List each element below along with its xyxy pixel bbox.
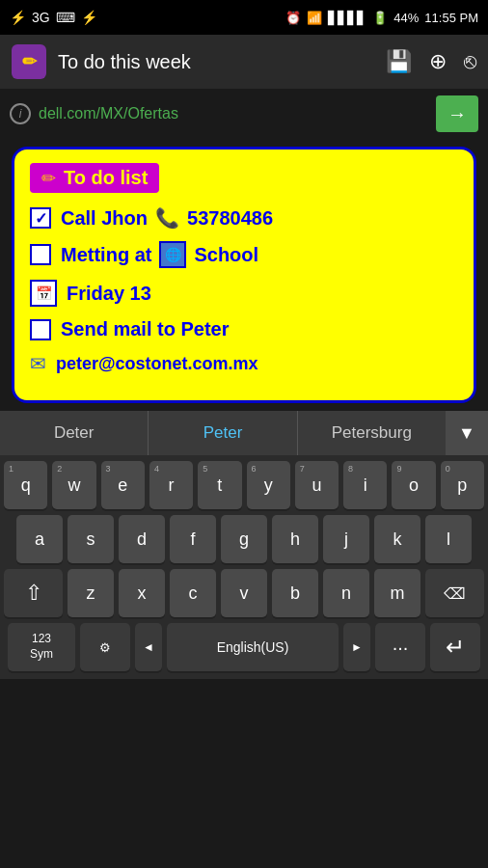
key-j[interactable]: j xyxy=(323,515,369,563)
item-text-2: Metting at xyxy=(61,244,151,266)
note-card: ✏ To do list Call Jhon 📞 53780486 Mettin… xyxy=(12,147,476,403)
sym-key[interactable]: 123 Sym xyxy=(8,623,75,671)
num-label: 123 xyxy=(32,632,51,647)
language-label: English(US) xyxy=(217,639,289,655)
key-s[interactable]: s xyxy=(68,515,114,563)
item-text-4: Send mail to Peter xyxy=(61,318,230,340)
globe-icon: 🌐 xyxy=(159,241,186,268)
checkbox-2[interactable] xyxy=(30,244,51,265)
enter-key[interactable]: ↵ xyxy=(430,623,480,671)
list-item: Call Jhon 📞 53780486 xyxy=(30,206,458,230)
shift-key[interactable]: ⇧ xyxy=(4,569,63,617)
key-b[interactable]: b xyxy=(272,569,318,617)
add-button[interactable]: ⊕ xyxy=(429,49,447,74)
dots-key[interactable]: ··· xyxy=(375,623,425,671)
item-phone-1: 53780486 xyxy=(187,207,273,230)
key-t[interactable]: 5t xyxy=(198,461,241,509)
key-a[interactable]: a xyxy=(16,515,63,563)
email-address[interactable]: peter@costonet.com.mx xyxy=(56,354,258,374)
time-display: 11:55 PM xyxy=(424,11,478,25)
list-item: 📅 Friday 13 xyxy=(30,280,458,307)
key-k[interactable]: k xyxy=(374,515,420,563)
key-m[interactable]: m xyxy=(374,569,420,617)
list-item: Send mail to Peter xyxy=(30,318,458,340)
autocorrect-bar: Deter Peter Petersburg ▼ xyxy=(0,411,488,455)
phone-icon: 📞 xyxy=(155,206,179,230)
keyboard-bottom-row: 123 Sym ⚙ ◄ English(US) ► ··· ↵ xyxy=(4,623,484,675)
key-w[interactable]: 2w xyxy=(52,461,95,509)
key-z[interactable]: z xyxy=(68,569,114,617)
email-icon: ✉ xyxy=(30,352,46,375)
keyboard-row-3: ⇧ z x c v b n m ⌫ xyxy=(4,569,484,617)
chevron-down-icon: ▼ xyxy=(458,423,475,444)
share-button[interactable]: ⎋ xyxy=(464,49,476,74)
key-u[interactable]: 7u xyxy=(295,461,339,509)
keyboard: 1q 2w 3e 4r 5t 6y 7u 8i 9o 0p a s d f g … xyxy=(0,455,488,679)
status-bar: ⚡ 3G ⌨ ⚡ ⏰ 📶 ▋▋▋▋ 🔋 44% 11:55 PM xyxy=(0,0,488,35)
key-y[interactable]: 6y xyxy=(247,461,290,509)
sym-label: Sym xyxy=(30,647,53,663)
left-arrow-key[interactable]: ◄ xyxy=(135,623,162,671)
pencil-icon: ✏ xyxy=(22,51,37,72)
key-g[interactable]: g xyxy=(221,515,267,563)
autocorrect-option-3[interactable]: Petersburg xyxy=(298,411,446,455)
battery-percent: 44% xyxy=(393,11,419,25)
signal-bars-icon: ▋▋▋▋ xyxy=(328,11,366,25)
autocorrect-dropdown[interactable]: ▼ xyxy=(446,411,488,455)
note-title: To do list xyxy=(64,167,148,189)
key-l[interactable]: l xyxy=(425,515,472,563)
key-c[interactable]: c xyxy=(170,569,216,617)
keyboard-row-1: 1q 2w 3e 4r 5t 6y 7u 8i 9o 0p xyxy=(4,461,484,509)
url-bar: i dell.com/MX/Ofertas → xyxy=(0,89,488,139)
calendar-icon: 📅 xyxy=(30,280,57,307)
item-content-2: Metting at 🌐 School xyxy=(61,241,258,268)
edit-icon: ✏ xyxy=(41,168,56,189)
settings-key[interactable]: ⚙ xyxy=(80,623,130,671)
autocorrect-option-2[interactable]: Peter xyxy=(149,411,297,455)
item-text-3: Friday 13 xyxy=(67,283,151,305)
save-button[interactable]: 💾 xyxy=(386,49,412,74)
battery-icon: 🔋 xyxy=(372,11,388,25)
url-text: dell.com/MX/Ofertas xyxy=(39,105,428,122)
info-icon: i xyxy=(10,103,31,124)
go-button[interactable]: → xyxy=(436,95,478,132)
list-item: Metting at 🌐 School xyxy=(30,241,458,268)
key-r[interactable]: 4r xyxy=(149,461,193,509)
note-header: ✏ To do list xyxy=(30,163,159,193)
gear-icon: ⚙ xyxy=(99,640,111,655)
key-i[interactable]: 8i xyxy=(343,461,387,509)
app-title: To do this week xyxy=(58,51,374,73)
app-bar: ✏ To do this week 💾 ⊕ ⎋ xyxy=(0,35,488,89)
language-key[interactable]: English(US) xyxy=(167,623,339,671)
key-d[interactable]: d xyxy=(119,515,165,563)
checkbox-4[interactable] xyxy=(30,319,51,340)
signal-icon: 3G xyxy=(32,10,50,25)
status-icons-left: ⚡ 3G ⌨ ⚡ xyxy=(10,10,97,25)
email-item: ✉ peter@costonet.com.mx xyxy=(30,352,458,375)
keyboard-icon: ⌨ xyxy=(56,10,75,25)
key-o[interactable]: 9o xyxy=(392,461,435,509)
key-x[interactable]: x xyxy=(119,569,165,617)
backspace-key[interactable]: ⌫ xyxy=(425,569,484,617)
item-content-1: Call Jhon 📞 53780486 xyxy=(61,206,273,230)
keyboard-row-2: a s d f g h j k l xyxy=(4,515,484,563)
status-icons-right: ⏰ 📶 ▋▋▋▋ 🔋 44% 11:55 PM xyxy=(285,11,478,25)
app-bar-actions: 💾 ⊕ ⎋ xyxy=(386,49,476,74)
app-logo: ✏ xyxy=(12,44,46,79)
alarm-icon: ⏰ xyxy=(285,11,301,25)
key-n[interactable]: n xyxy=(323,569,369,617)
key-f[interactable]: f xyxy=(170,515,216,563)
item-text-1: Call Jhon xyxy=(61,207,148,230)
autocorrect-option-1[interactable]: Deter xyxy=(0,411,149,455)
key-v[interactable]: v xyxy=(221,569,267,617)
checkbox-1[interactable] xyxy=(30,207,51,229)
key-q[interactable]: 1q xyxy=(4,461,47,509)
wifi-icon: 📶 xyxy=(307,11,322,25)
flash-icon: ⚡ xyxy=(81,10,97,25)
key-h[interactable]: h xyxy=(272,515,318,563)
item-school-2: School xyxy=(194,244,258,266)
key-p[interactable]: 0p xyxy=(441,461,484,509)
right-arrow-key[interactable]: ► xyxy=(343,623,370,671)
usb-icon: ⚡ xyxy=(10,10,26,25)
key-e[interactable]: 3e xyxy=(101,461,145,509)
